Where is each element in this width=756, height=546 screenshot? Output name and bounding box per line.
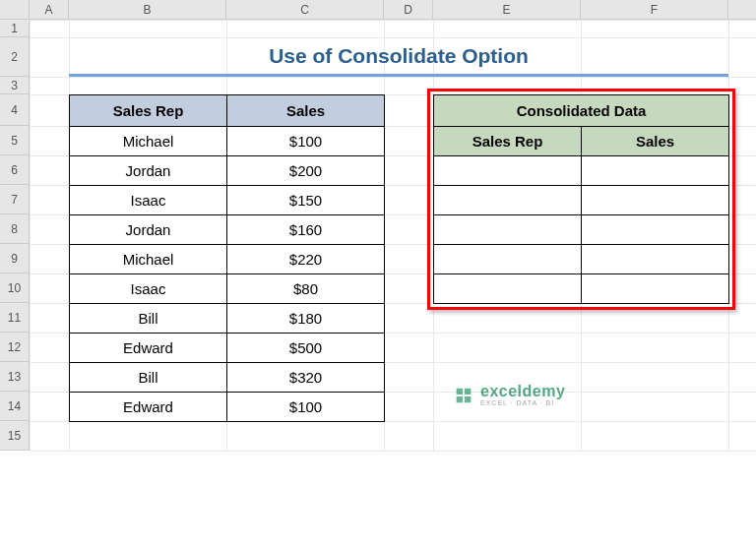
row-header-13[interactable]: 13 [0, 362, 30, 392]
row-header-5[interactable]: 5 [0, 126, 30, 155]
table-row: Isaac$80 [70, 274, 385, 304]
table-row: Jordan$160 [70, 215, 385, 245]
empty-cell[interactable] [434, 245, 582, 274]
row-header-9[interactable]: 9 [0, 244, 30, 273]
table-row: Edward$500 [70, 334, 385, 363]
row-header-6[interactable]: 6 [0, 155, 30, 185]
table-row [434, 186, 729, 215]
table-row: Michael$100 [70, 127, 385, 156]
table-row [434, 274, 729, 304]
watermark: exceldemy EXCEL · DATA · BI [453, 384, 565, 406]
sales-value-cell[interactable]: $100 [227, 127, 385, 156]
sales-rep-cell[interactable]: Edward [70, 393, 227, 422]
table2-header: Sales [582, 127, 729, 156]
table-row [434, 245, 729, 274]
col-header-b[interactable]: B [69, 0, 226, 19]
row-header-3[interactable]: 3 [0, 77, 30, 94]
empty-cell[interactable] [582, 215, 729, 245]
row-header-14[interactable]: 14 [0, 392, 30, 421]
col-header-c[interactable]: C [226, 0, 384, 19]
sales-rep-cell[interactable]: Isaac [70, 186, 227, 215]
row-header-8[interactable]: 8 [0, 214, 30, 244]
sales-value-cell[interactable]: $80 [227, 274, 385, 304]
sales-data-table: Sales RepSales Michael$100Jordan$200Isaa… [69, 94, 385, 422]
sales-value-cell[interactable]: $100 [227, 393, 385, 422]
consolidated-table: Consolidated Data Sales RepSales [433, 94, 729, 304]
col-header-e[interactable]: E [433, 0, 581, 19]
empty-cell[interactable] [582, 186, 729, 215]
sales-rep-cell[interactable]: Michael [70, 127, 227, 156]
sales-value-cell[interactable]: $160 [227, 215, 385, 245]
table2-header: Sales Rep [434, 127, 582, 156]
empty-cell[interactable] [582, 274, 729, 304]
table-row [434, 156, 729, 186]
table-row [434, 215, 729, 245]
sales-value-cell[interactable]: $180 [227, 304, 385, 334]
sales-rep-cell[interactable]: Bill [70, 304, 227, 334]
sales-rep-cell[interactable]: Edward [70, 334, 227, 363]
watermark-brand: exceldemy [480, 384, 565, 399]
sales-rep-cell[interactable]: Jordan [70, 156, 227, 186]
table-row: Isaac$150 [70, 186, 385, 215]
table1-header: Sales [227, 95, 385, 127]
sales-rep-cell[interactable]: Isaac [70, 274, 227, 304]
sales-value-cell[interactable]: $220 [227, 245, 385, 274]
empty-cell[interactable] [434, 274, 582, 304]
table1-header: Sales Rep [70, 95, 227, 127]
table-row: Bill$180 [70, 304, 385, 334]
sales-rep-cell[interactable]: Bill [70, 363, 227, 393]
sales-rep-cell[interactable]: Jordan [70, 215, 227, 245]
sales-value-cell[interactable]: $500 [227, 334, 385, 363]
row-header-10[interactable]: 10 [0, 273, 30, 303]
sales-value-cell[interactable]: $150 [227, 186, 385, 215]
table-row: Bill$320 [70, 363, 385, 393]
table-row: Michael$220 [70, 245, 385, 274]
row-header-7[interactable]: 7 [0, 185, 30, 214]
sales-rep-cell[interactable]: Michael [70, 245, 227, 274]
table-row: Edward$100 [70, 393, 385, 422]
consolidated-title: Consolidated Data [434, 95, 729, 127]
page-title: Use of Consolidate Option [69, 37, 728, 77]
col-header-a[interactable]: A [30, 0, 69, 19]
row-header-1[interactable]: 1 [0, 20, 30, 37]
empty-cell[interactable] [434, 186, 582, 215]
empty-cell[interactable] [582, 156, 729, 186]
empty-cell[interactable] [582, 245, 729, 274]
consolidated-data-highlight: Consolidated Data Sales RepSales [427, 89, 735, 310]
empty-cell[interactable] [434, 215, 582, 245]
sales-value-cell[interactable]: $200 [227, 156, 385, 186]
row-header-11[interactable]: 11 [0, 303, 30, 333]
col-header-f[interactable]: F [581, 0, 728, 19]
watermark-sub: EXCEL · DATA · BI [480, 399, 565, 406]
exceldemy-logo-icon [453, 385, 474, 406]
row-header-4[interactable]: 4 [0, 94, 30, 126]
sales-value-cell[interactable]: $320 [227, 363, 385, 393]
row-header-15[interactable]: 15 [0, 421, 30, 451]
col-header-d[interactable]: D [384, 0, 433, 19]
select-all-corner[interactable] [0, 0, 30, 20]
row-header-2[interactable]: 2 [0, 37, 30, 77]
row-header-12[interactable]: 12 [0, 333, 30, 362]
empty-cell[interactable] [434, 156, 582, 186]
table-row: Jordan$200 [70, 156, 385, 186]
